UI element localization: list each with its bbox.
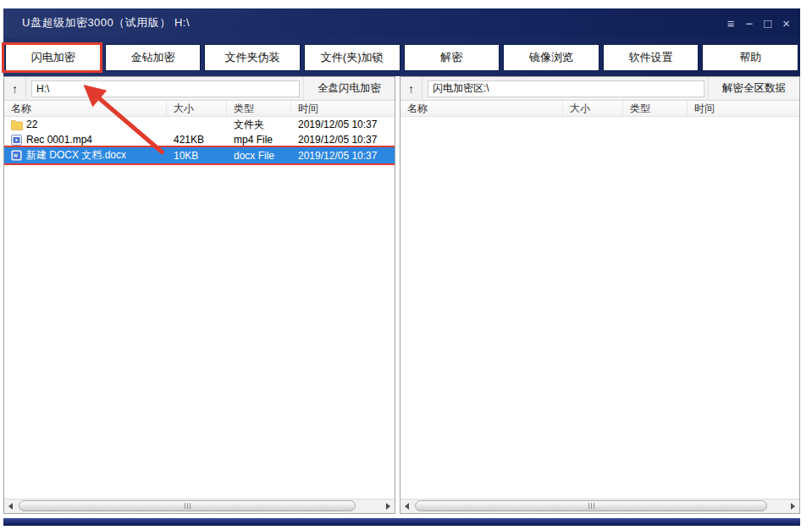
drive-file-panel: ↑ 全盘闪电加密 名称 大小 类型 时间 [3, 76, 395, 514]
help-button[interactable]: 帮助 [702, 44, 798, 71]
toolbar: 闪电加密 金钻加密 文件夹伪装 文件(夹)加锁 解密 镜像浏览 软件设置 帮助 [3, 37, 800, 76]
app-page: U盘超级加密3000（试用版） H:\ ≡ − □ × 闪电加密 金钻加密 文件… [0, 0, 812, 530]
right-list-header: 名称 大小 类型 时间 [400, 101, 799, 117]
column-header-type[interactable]: 类型 [227, 101, 291, 116]
scrollbar-grip-icon [588, 503, 594, 509]
scroll-right-arrow-icon[interactable] [787, 500, 799, 513]
folder-icon [11, 119, 23, 130]
column-header-time[interactable]: 时间 [291, 101, 395, 116]
encrypt-zone-path-input[interactable] [428, 80, 704, 97]
image-browse-button[interactable]: 镜像浏览 [503, 44, 599, 71]
right-file-list [400, 117, 799, 499]
file-row-docx-selected[interactable]: 新建 DOCX 文档.docx 10KB docx File 2019/12/0… [4, 147, 395, 163]
close-icon[interactable]: × [782, 17, 790, 30]
scroll-right-arrow-icon[interactable] [382, 500, 395, 513]
bottom-accent-bar [3, 518, 800, 526]
docx-file-icon [11, 150, 23, 161]
column-header-name[interactable]: 名称 [4, 101, 167, 116]
file-folder-lock-button[interactable]: 文件(夹)加锁 [304, 44, 400, 71]
video-file-icon [11, 135, 23, 146]
scrollbar-grip-icon [185, 503, 191, 509]
scroll-left-arrow-icon[interactable] [4, 500, 17, 513]
decrypt-all-zone-button[interactable]: 解密全区数据 [708, 77, 799, 100]
up-arrow-icon[interactable]: ↑ [400, 77, 423, 100]
drive-path-input[interactable] [31, 80, 300, 97]
right-scrollbar-thumb[interactable] [415, 500, 767, 511]
column-header-size[interactable]: 大小 [563, 101, 623, 116]
file-row-mp4[interactable]: Rec 0001.mp4 421KB mp4 File 2019/12/05 1… [4, 132, 395, 147]
left-scrollbar-thumb[interactable] [19, 500, 356, 511]
column-header-name[interactable]: 名称 [400, 101, 563, 116]
column-header-size[interactable]: 大小 [167, 101, 227, 116]
column-header-time[interactable]: 时间 [688, 101, 799, 116]
right-horizontal-scrollbar[interactable] [400, 499, 799, 513]
maximize-icon[interactable]: □ [764, 17, 771, 30]
encrypt-zone-panel: ↑ 解密全区数据 名称 大小 类型 时间 [400, 76, 800, 514]
minimize-icon[interactable]: − [745, 17, 753, 30]
scroll-left-arrow-icon[interactable] [400, 500, 413, 513]
decrypt-button[interactable]: 解密 [404, 44, 500, 71]
content-area: ↑ 全盘闪电加密 名称 大小 类型 时间 [3, 76, 800, 514]
left-path-bar: ↑ 全盘闪电加密 [4, 77, 395, 101]
flash-encrypt-button[interactable]: 闪电加密 [5, 44, 102, 71]
menu-icon[interactable]: ≡ [727, 17, 735, 30]
software-settings-button[interactable]: 软件设置 [603, 44, 699, 71]
right-path-bar: ↑ 解密全区数据 [400, 77, 799, 101]
gold-diamond-encrypt-button[interactable]: 金钻加密 [105, 44, 202, 71]
titlebar: U盘超级加密3000（试用版） H:\ ≡ − □ × [3, 8, 800, 37]
file-row-folder-22[interactable]: 22 文件夹 2019/12/05 10:37 [4, 117, 395, 132]
folder-disguise-button[interactable]: 文件夹伪装 [204, 44, 301, 71]
full-disk-flash-encrypt-button[interactable]: 全盘闪电加密 [303, 77, 395, 100]
left-horizontal-scrollbar[interactable] [4, 499, 395, 513]
up-arrow-icon[interactable]: ↑ [4, 77, 26, 100]
left-file-list: 22 文件夹 2019/12/05 10:37 Rec 0001.mp4 [4, 117, 395, 499]
column-header-type[interactable]: 类型 [623, 101, 688, 116]
window-title: U盘超级加密3000（试用版） H:\ [22, 15, 190, 30]
window-controls: ≡ − □ × [727, 17, 790, 30]
left-list-header: 名称 大小 类型 时间 [4, 101, 395, 117]
app-window: U盘超级加密3000（试用版） H:\ ≡ − □ × 闪电加密 金钻加密 文件… [3, 8, 800, 526]
